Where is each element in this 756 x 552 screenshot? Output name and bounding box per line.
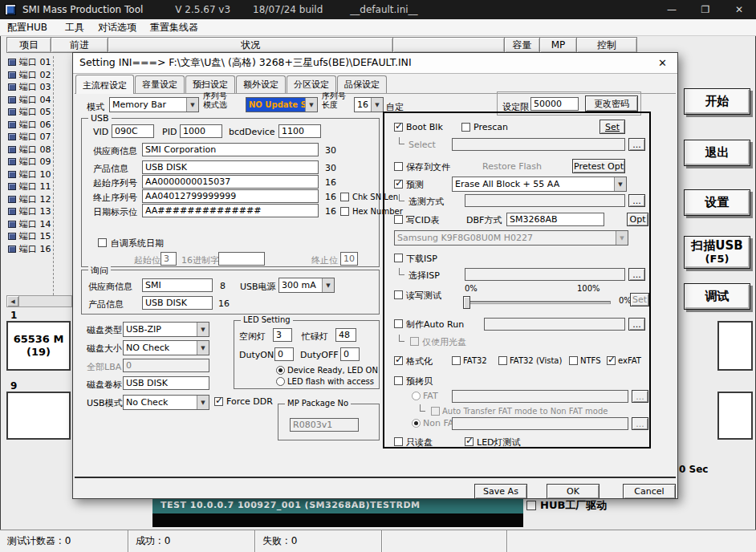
- change-password-button[interactable]: 更改密码: [585, 95, 638, 112]
- rw-slider-track[interactable]: [465, 301, 611, 304]
- ok-button[interactable]: OK: [547, 484, 600, 499]
- pid-field[interactable]: 1000: [180, 124, 222, 138]
- menu-item[interactable]: 工具: [65, 21, 84, 34]
- volume-label-field[interactable]: USB DISK: [123, 376, 209, 390]
- fat-browse-button[interactable]: ...: [632, 390, 648, 403]
- port-row[interactable]: 端口 16: [6, 243, 71, 256]
- dialog-tab[interactable]: 分区设定: [287, 75, 336, 93]
- test-method-field[interactable]: [465, 194, 625, 207]
- h-scrollbar[interactable]: ◀: [6, 295, 72, 307]
- column-header[interactable]: 控制: [576, 37, 637, 53]
- disk-size-select[interactable]: NO Check▼: [123, 340, 209, 355]
- nonfat-browse-button[interactable]: ...: [632, 417, 648, 430]
- duty-on-field[interactable]: 0: [274, 347, 294, 361]
- exfat-checkbox[interactable]: [607, 356, 616, 365]
- format-checkbox[interactable]: [394, 356, 403, 365]
- dialog-tab[interactable]: 主流程设定: [75, 75, 134, 94]
- disk-type-select[interactable]: USB-ZIP▼: [123, 322, 209, 337]
- nonfat-path-field[interactable]: [452, 417, 628, 430]
- flash-model-select[interactable]: Samsung K9F8G08U0M H0227▼: [394, 230, 628, 246]
- serial-mode-select[interactable]: NO Update Serial▼: [246, 97, 318, 112]
- menu-item[interactable]: 重置集线器: [150, 21, 198, 34]
- led-flash-radio[interactable]: [276, 377, 285, 386]
- erase-mode-select[interactable]: Erase All Block + 55 AA▼: [452, 177, 627, 192]
- maximize-button[interactable]: ❐: [689, 4, 722, 15]
- hex-char-field[interactable]: [218, 252, 265, 266]
- menu-item[interactable]: 对话选项: [98, 21, 136, 34]
- dialog-close-button[interactable]: ✕: [654, 57, 671, 69]
- mp-package-field[interactable]: R0803v1: [290, 418, 359, 432]
- hex-number-checkbox[interactable]: [340, 207, 349, 216]
- boot-blk-checkbox[interactable]: [394, 123, 403, 132]
- cancel-button[interactable]: Cancel: [623, 484, 676, 499]
- column-header[interactable]: 容量: [504, 37, 540, 53]
- autorun-file-field[interactable]: [484, 318, 625, 331]
- save-as-button[interactable]: Save As: [474, 484, 527, 499]
- precopy-checkbox[interactable]: [394, 376, 403, 385]
- settings-button[interactable]: 设置: [684, 189, 750, 216]
- port-row[interactable]: 端口 08: [6, 144, 71, 156]
- vendor-info-field[interactable]: SMI Corporation: [142, 143, 319, 156]
- auto-transfer-checkbox[interactable]: [431, 407, 440, 416]
- limit-field[interactable]: 50000: [530, 97, 579, 111]
- port-row[interactable]: 端口 14: [6, 218, 71, 231]
- fat32-checkbox[interactable]: [452, 356, 461, 365]
- duty-off-field[interactable]: 0: [340, 347, 360, 361]
- port-row[interactable]: 端口 02: [6, 69, 71, 82]
- start-bit-field[interactable]: 3: [161, 252, 177, 266]
- start-button[interactable]: 开始: [684, 88, 750, 115]
- end-bit-field[interactable]: 10: [340, 252, 358, 266]
- product-info-field[interactable]: USB DISK: [142, 160, 319, 174]
- autorun-checkbox[interactable]: [394, 319, 403, 328]
- dialog-tab[interactable]: 额外设定: [236, 75, 286, 93]
- port-row[interactable]: 端口 15: [6, 230, 71, 243]
- exit-button[interactable]: 退出: [684, 140, 750, 166]
- dialog-tab[interactable]: 容量设定: [135, 75, 185, 93]
- column-header[interactable]: 前进: [51, 37, 108, 53]
- scan-usb-button[interactable]: 扫描USB (F5): [684, 236, 750, 269]
- usb-power-select[interactable]: 300 mA▼: [278, 278, 335, 293]
- port-row[interactable]: 端口 07: [6, 131, 71, 144]
- port-row[interactable]: 端口 09: [6, 156, 71, 168]
- save-to-file-checkbox[interactable]: [394, 162, 403, 171]
- inq-product-field[interactable]: USB DISK: [142, 296, 213, 310]
- column-header[interactable]: 状况: [108, 37, 393, 53]
- rw-slider-thumb[interactable]: [463, 296, 470, 309]
- column-header[interactable]: MP: [539, 37, 577, 53]
- dialog-tab[interactable]: 预扫设定: [185, 75, 235, 93]
- auto-sys-date-checkbox[interactable]: [98, 238, 107, 247]
- vid-field[interactable]: 090C: [112, 124, 154, 138]
- dialog-tab[interactable]: 品保设定: [337, 75, 387, 93]
- port-row[interactable]: 端口 05: [6, 106, 71, 119]
- minimize-button[interactable]: —: [655, 4, 689, 15]
- port-row[interactable]: 端口 10: [6, 168, 71, 181]
- busy-led-field[interactable]: 48: [335, 328, 356, 342]
- port-row[interactable]: 端口 04: [6, 94, 71, 107]
- readonly-checkbox[interactable]: [394, 437, 403, 446]
- autorun-browse-button[interactable]: ...: [628, 318, 645, 331]
- port-row[interactable]: 端口 06: [6, 119, 71, 132]
- select-file-field[interactable]: [452, 138, 625, 151]
- ntfs-checkbox[interactable]: [569, 356, 578, 365]
- set-button[interactable]: Set: [600, 120, 625, 134]
- rw-set-button[interactable]: Set: [630, 293, 649, 306]
- port-row[interactable]: 端口 01: [6, 56, 71, 69]
- chk-sn-len-checkbox[interactable]: [340, 193, 349, 201]
- prescan-checkbox[interactable]: [461, 123, 470, 132]
- led-test-checkbox[interactable]: [465, 437, 474, 446]
- dbf-field[interactable]: SM3268AB: [506, 213, 604, 226]
- download-isp-checkbox[interactable]: [394, 254, 403, 262]
- port-row[interactable]: 端口 11: [6, 181, 71, 193]
- cd-only-checkbox[interactable]: [410, 337, 419, 346]
- inq-vendor-field[interactable]: SMI: [142, 278, 213, 292]
- column-header[interactable]: [392, 37, 505, 53]
- usb-mode-select[interactable]: No Check▼: [123, 395, 209, 410]
- select-browse-button[interactable]: ...: [628, 138, 645, 151]
- sn-start-field[interactable]: AA0000000015037: [142, 175, 319, 189]
- nonfat-radio[interactable]: [412, 419, 421, 428]
- write-cid-checkbox[interactable]: [394, 215, 403, 224]
- fat-radio[interactable]: [412, 392, 421, 400]
- port-row[interactable]: 端口 03: [6, 81, 71, 94]
- date-mark-field[interactable]: AA##############: [142, 204, 319, 217]
- rw-test-checkbox[interactable]: [394, 290, 403, 299]
